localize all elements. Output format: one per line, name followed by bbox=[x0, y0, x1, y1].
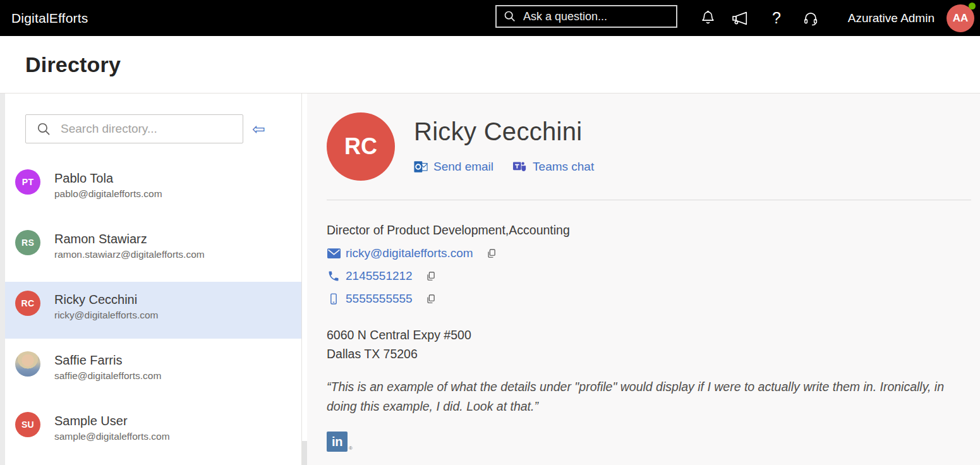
megaphone-icon bbox=[730, 9, 749, 28]
directory-person-row[interactable]: Saffie Farris saffie@digitalefforts.com bbox=[5, 342, 301, 399]
copy-icon bbox=[485, 248, 497, 259]
left-gutter bbox=[0, 94, 5, 465]
profile-avatar-initials: RC bbox=[344, 133, 377, 160]
content-area: ⇦ PT Pablo Tola pablo@digitalefforts.com… bbox=[0, 94, 980, 465]
people-list: PT Pablo Tola pablo@digitalefforts.com R… bbox=[5, 160, 301, 460]
person-name: Saffie Farris bbox=[54, 352, 161, 368]
directory-list-panel: ⇦ PT Pablo Tola pablo@digitalefforts.com… bbox=[5, 94, 302, 465]
profile-avatar: RC bbox=[327, 112, 395, 181]
person-avatar: RS bbox=[15, 230, 40, 255]
teams-chat-button[interactable]: Teams chat bbox=[512, 160, 594, 174]
directory-person-row[interactable]: RS Ramon Stawiarz ramon.stawiarz@digital… bbox=[5, 221, 301, 278]
person-avatar: RC bbox=[15, 291, 40, 316]
search-icon bbox=[503, 9, 517, 23]
app-root: DigitalEfforts ? bbox=[0, 0, 980, 465]
person-name: Ramon Stawiarz bbox=[54, 231, 205, 247]
bell-icon bbox=[699, 9, 717, 27]
support-button[interactable] bbox=[800, 0, 821, 36]
teams-chat-label: Teams chat bbox=[533, 160, 594, 174]
account-avatar-initials: AA bbox=[953, 12, 969, 25]
copy-icon bbox=[425, 293, 436, 305]
directory-person-row[interactable]: PT Pablo Tola pablo@digitalefforts.com bbox=[5, 160, 301, 217]
account-avatar[interactable]: AA bbox=[947, 4, 974, 32]
email-row: ricky@digitalefforts.com bbox=[327, 246, 971, 260]
person-email: sample@digitalefforts.com bbox=[54, 429, 170, 444]
person-avatar bbox=[15, 351, 40, 377]
mobile-link[interactable]: 5555555555 bbox=[346, 292, 413, 306]
page-header: Directory bbox=[0, 36, 980, 94]
ask-question-input[interactable] bbox=[523, 10, 670, 23]
page-title: Directory bbox=[25, 52, 121, 77]
section-divider bbox=[327, 200, 971, 200]
directory-search-input[interactable] bbox=[61, 122, 235, 136]
teams-icon bbox=[512, 160, 527, 174]
profile-quote: “This is an example of what the details … bbox=[327, 377, 971, 416]
scrollbar-thumb[interactable] bbox=[302, 441, 307, 465]
directory-person-row[interactable]: RC Ricky Cecchini ricky@digitalefforts.c… bbox=[5, 282, 301, 339]
announcements-button[interactable] bbox=[729, 0, 750, 36]
top-bar: DigitalEfforts ? bbox=[0, 0, 980, 36]
directory-search-box bbox=[25, 114, 243, 143]
question-mark-icon: ? bbox=[772, 9, 781, 27]
profile-name: Ricky Cecchini bbox=[414, 118, 613, 146]
email-link[interactable]: ricky@digitalefforts.com bbox=[346, 246, 473, 260]
help-button[interactable]: ? bbox=[766, 0, 787, 36]
person-email: ricky@digitalefforts.com bbox=[54, 308, 158, 323]
person-name: Ricky Cecchini bbox=[54, 291, 158, 308]
address-line-1: 6060 N Central Expy #500 bbox=[327, 325, 971, 344]
phone-link[interactable]: 2145551212 bbox=[346, 269, 413, 283]
person-avatar: PT bbox=[15, 169, 40, 195]
notifications-button[interactable] bbox=[697, 0, 718, 36]
account-name[interactable]: Azurative Admin bbox=[848, 0, 935, 36]
copy-email-button[interactable] bbox=[485, 248, 497, 259]
brand-title[interactable]: DigitalEfforts bbox=[11, 0, 88, 36]
address-line-2: Dallas TX 75206 bbox=[327, 344, 971, 363]
person-name: Sample User bbox=[54, 413, 170, 429]
person-email: saffie@digitalefforts.com bbox=[54, 368, 161, 383]
person-email: pablo@digitalefforts.com bbox=[54, 186, 162, 202]
address-block: 6060 N Central Expy #500 Dallas TX 75206 bbox=[327, 325, 971, 363]
send-email-label: Send email bbox=[433, 160, 493, 174]
linkedin-icon[interactable]: in bbox=[327, 432, 348, 452]
topbar-search-box bbox=[495, 5, 677, 28]
send-email-button[interactable]: Send email bbox=[414, 160, 493, 174]
person-avatar: SU bbox=[15, 412, 40, 437]
copy-mobile-button[interactable] bbox=[425, 293, 436, 305]
search-icon bbox=[36, 121, 52, 137]
presence-indicator bbox=[969, 3, 976, 9]
mobile-row: 5555555555 bbox=[327, 292, 971, 306]
collapse-panel-arrow-icon[interactable]: ⇦ bbox=[252, 121, 265, 137]
phone-row: 2145551212 bbox=[327, 269, 971, 283]
registered-mark: ® bbox=[349, 445, 353, 452]
headset-icon bbox=[802, 9, 820, 27]
phone-icon bbox=[327, 270, 340, 282]
copy-phone-button[interactable] bbox=[425, 270, 436, 282]
directory-person-row[interactable]: SU Sample User sample@digitalefforts.com bbox=[5, 403, 301, 460]
job-title: Director of Product Development,Accounti… bbox=[327, 223, 971, 238]
profile-detail-panel: RC Ricky Cecchini Send email bbox=[307, 94, 980, 465]
envelope-icon bbox=[327, 248, 341, 258]
mobile-phone-icon bbox=[327, 293, 340, 305]
person-name: Pablo Tola bbox=[54, 170, 162, 186]
person-email: ramon.stawiarz@digitalefforts.com bbox=[54, 247, 205, 262]
outlook-icon bbox=[414, 160, 428, 174]
list-scrollbar bbox=[302, 94, 307, 465]
copy-icon bbox=[425, 270, 436, 282]
